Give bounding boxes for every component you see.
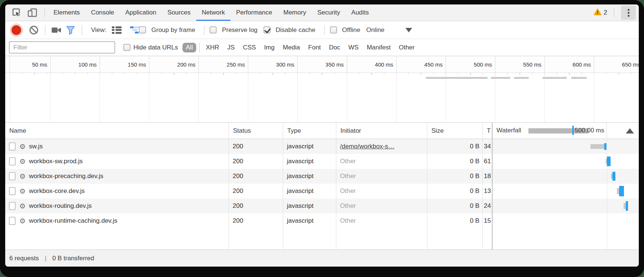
filter-type-font[interactable]: Font	[305, 43, 324, 52]
table-row[interactable]: workbox-sw.prod.js 200 javascript Other …	[5, 154, 639, 169]
offline-checkbox[interactable]	[330, 26, 337, 33]
column-header-size[interactable]: Size	[427, 123, 483, 139]
view-label: View:	[91, 26, 106, 34]
tab-application[interactable]: Application	[120, 4, 162, 21]
table-row[interactable]: workbox-routing.dev.js 200 javascript Ot…	[5, 199, 639, 213]
filter-type-other[interactable]: Other	[395, 43, 418, 52]
sort-ascending-icon[interactable]	[626, 128, 634, 133]
row-checkbox[interactable]	[9, 157, 16, 165]
size-cell: 0 B	[427, 184, 483, 199]
warning-icon	[593, 8, 602, 17]
toolbar-separator	[324, 25, 325, 35]
waterfall-cell	[492, 213, 639, 228]
record-button[interactable]	[12, 25, 21, 35]
warning-count: 2	[604, 9, 607, 16]
disable-cache-checkbox[interactable]	[263, 26, 271, 33]
tab-security[interactable]: Security	[312, 4, 346, 21]
filter-type-manifest[interactable]: Manifest	[363, 43, 394, 52]
column-header-time[interactable]: T	[483, 123, 492, 139]
waterfall-view-icon[interactable]	[125, 25, 137, 36]
screenshot-capture-icon[interactable]	[51, 25, 62, 36]
column-header-name[interactable]: Name	[5, 123, 229, 139]
throttling-dropdown[interactable]: Online	[366, 26, 412, 34]
filter-type-media[interactable]: Media	[279, 43, 303, 52]
initiator-cell: Other	[340, 173, 356, 180]
preserve-log-checkbox[interactable]	[210, 26, 217, 33]
waterfall-scale: 500.00 ms	[560, 127, 604, 134]
toolbar-separator	[82, 25, 82, 35]
tab-audits[interactable]: Audits	[346, 4, 374, 21]
waterfall-cell	[492, 169, 639, 184]
table-row[interactable]: workbox-precaching.dev.js 200 javascript…	[5, 169, 639, 184]
table-row[interactable]: workbox-core.dev.js 200 javascript Other…	[5, 184, 639, 199]
filter-input[interactable]	[9, 41, 115, 54]
timeline-ruler[interactable]: 50 ms 100 ms 150 ms 200 ms 250 ms 300 ms…	[5, 56, 639, 73]
initiator-cell: Other	[340, 187, 356, 195]
waterfall-download-bar	[612, 172, 615, 181]
devtools-menu-button[interactable]	[621, 6, 636, 20]
table-row[interactable]: workbox-runtime-caching.dev.js 200 javas…	[5, 213, 639, 228]
chevron-down-icon	[405, 28, 412, 32]
network-overview[interactable]	[5, 73, 639, 122]
inspect-element-icon[interactable]	[10, 7, 23, 18]
time-cell: 18	[483, 169, 492, 184]
initiator-cell: Other	[340, 158, 356, 165]
requests-table-header: Name Status Type Initiator Size T Waterf…	[5, 122, 639, 139]
ruler-tick: 50 ms	[9, 61, 47, 68]
tab-network[interactable]: Network	[196, 4, 230, 21]
table-row[interactable]: sw.js 200 javascript /demo/workbox-s… 0 …	[5, 139, 639, 154]
group-by-frame-checkbox[interactable]	[139, 26, 146, 33]
tab-memory[interactable]: Memory	[278, 4, 311, 21]
time-cell: 13	[483, 184, 492, 199]
status-cell: 200	[229, 199, 283, 213]
column-header-type[interactable]: Type	[283, 123, 336, 139]
filter-type-img[interactable]: Img	[261, 43, 278, 52]
row-checkbox[interactable]	[9, 202, 16, 210]
initiator-cell: Other	[340, 217, 356, 225]
column-header-waterfall[interactable]: Waterfall 500.00 ms	[492, 123, 639, 139]
request-name: workbox-routing.dev.js	[29, 202, 92, 210]
disable-cache-label: Disable cache	[276, 26, 315, 34]
tabbar-separator	[614, 8, 614, 17]
ruler-tick: 300 ms	[256, 61, 294, 68]
filter-type-doc[interactable]: Doc	[326, 43, 343, 52]
ruler-tick: 550 ms	[503, 61, 541, 68]
status-cell: 200	[229, 184, 283, 199]
request-name: workbox-sw.prod.js	[29, 158, 83, 165]
filter-type-ws[interactable]: WS	[345, 43, 362, 52]
row-checkbox[interactable]	[9, 187, 16, 195]
type-cell: javascript	[283, 154, 336, 169]
list-view-icon[interactable]	[111, 25, 123, 36]
column-header-status[interactable]: Status	[229, 123, 283, 139]
ruler-tick: 650 ms	[602, 61, 639, 68]
gear-icon	[16, 172, 29, 181]
overview-bar	[514, 77, 529, 79]
filter-separator	[199, 43, 200, 52]
tab-performance[interactable]: Performance	[230, 4, 278, 21]
initiator-link[interactable]: /demo/workbox-s…	[340, 143, 394, 150]
filter-type-all[interactable]: All	[182, 43, 196, 52]
filter-type-xhr[interactable]: XHR	[203, 43, 223, 52]
column-header-initiator[interactable]: Initiator	[336, 123, 427, 139]
hide-data-urls-checkbox[interactable]	[123, 44, 130, 51]
clear-button[interactable]	[28, 25, 40, 36]
filter-icon[interactable]	[65, 25, 77, 36]
row-checkbox[interactable]	[9, 217, 16, 225]
minor-ticks	[5, 73, 639, 75]
throttling-value: Online	[366, 26, 384, 34]
overview-bar	[571, 77, 587, 79]
warnings-indicator[interactable]: 2	[590, 8, 611, 17]
waterfall-download-bar	[607, 157, 611, 166]
network-toolbar: View: Group by frame Preserve log Disabl…	[5, 21, 639, 39]
filter-type-css[interactable]: CSS	[240, 43, 259, 52]
waterfall-download-bar	[619, 186, 624, 196]
tab-elements[interactable]: Elements	[48, 4, 85, 21]
filter-type-js[interactable]: JS	[224, 43, 238, 52]
tab-console[interactable]: Console	[85, 4, 120, 21]
row-checkbox[interactable]	[9, 172, 16, 180]
time-cell: 24	[483, 199, 492, 213]
gear-icon	[16, 187, 29, 196]
tab-sources[interactable]: Sources	[162, 4, 196, 21]
row-checkbox[interactable]	[9, 142, 16, 151]
device-toolbar-icon[interactable]	[26, 7, 39, 18]
